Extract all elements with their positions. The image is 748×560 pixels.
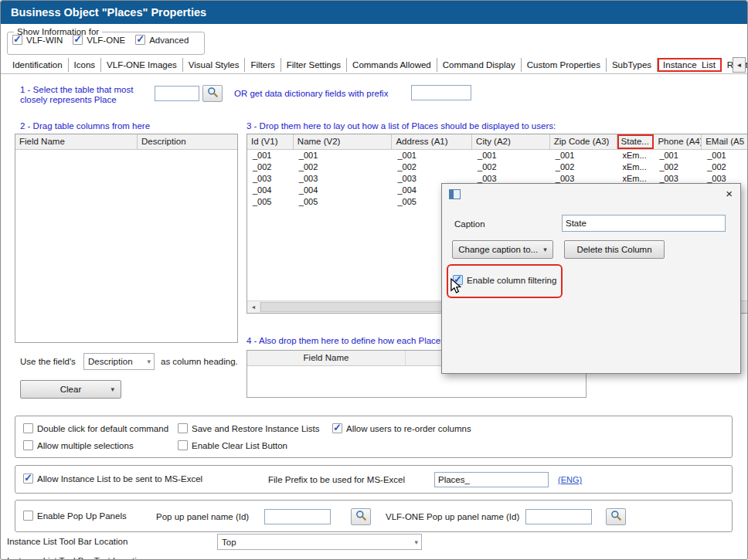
- table-search-button[interactable]: [202, 85, 223, 102]
- cell: _005: [247, 196, 294, 208]
- prefix-input[interactable]: [411, 85, 471, 100]
- prefix-label: OR get data dictionary fields with prefi…: [234, 89, 388, 99]
- column-header-zip-code-a3-[interactable]: Zip Code (A3): [550, 134, 617, 149]
- option-double-click-for-default-command-box[interactable]: [23, 423, 33, 433]
- tab-vlf-one-images[interactable]: VLF-ONE Images: [101, 58, 183, 72]
- tab-identification[interactable]: Identification: [7, 58, 69, 72]
- option-allow-multiple-selections[interactable]: Allow multiple selections: [23, 440, 178, 450]
- cell: _001: [550, 150, 617, 161]
- column-header-state-[interactable]: State...: [617, 134, 654, 149]
- caption-label: Caption: [454, 219, 485, 229]
- description-column-header[interactable]: Description: [138, 134, 237, 149]
- option-double-click-for-default-command[interactable]: Double click for default command: [23, 423, 178, 433]
- tab-command-display[interactable]: Command Display: [437, 58, 522, 72]
- cell: _002: [247, 161, 294, 173]
- table-row-0[interactable]: _001_001_001_001_001xEm..._001_001: [247, 150, 748, 161]
- popup-window-icon: [449, 188, 461, 202]
- tab-icons[interactable]: Icons: [69, 58, 102, 72]
- excel-checkbox-box[interactable]: [23, 473, 33, 484]
- window-title: Business Object "Places" Properties: [11, 6, 206, 19]
- column-header-id-v1-[interactable]: Id (V1): [247, 134, 294, 149]
- table-name-input[interactable]: [155, 86, 199, 101]
- column-header-name-v2-[interactable]: Name (V2): [294, 134, 393, 149]
- popup-panel-name-label: Pop up panel name (Id): [156, 512, 249, 521]
- option-enable-clear-list-button-box[interactable]: [178, 440, 188, 450]
- field-name-column-header[interactable]: Field Name: [15, 134, 138, 149]
- enable-popup-panels-box[interactable]: [23, 511, 33, 521]
- use-field-label: Use the field's: [20, 357, 76, 366]
- cell: xEm...: [617, 161, 654, 173]
- option-save-and-restore-instance-lists[interactable]: Save and Restore Instance Lists: [178, 423, 332, 433]
- enable-column-filtering-checkbox[interactable]: Enable column filtering: [453, 275, 556, 285]
- cell: _001: [702, 150, 748, 161]
- show-info-option-advanced-box[interactable]: [135, 35, 145, 45]
- cell: _004: [247, 185, 294, 196]
- option-save-and-restore-instance-lists-box[interactable]: [178, 423, 188, 433]
- mouse-cursor-icon: [449, 278, 463, 297]
- cell: _001: [392, 150, 472, 161]
- popup-panel-search-button[interactable]: [351, 508, 371, 525]
- enable-popup-panels-checkbox[interactable]: Enable Pop Up Panels: [23, 511, 127, 521]
- show-info-option-vlf-one[interactable]: VLF-ONE: [73, 35, 125, 45]
- file-prefix-input[interactable]: [434, 472, 549, 487]
- delete-column-button[interactable]: Delete this Column: [564, 240, 665, 259]
- tab-filters[interactable]: Filters: [245, 58, 280, 72]
- clear-dropdown-icon: ▾: [110, 385, 114, 393]
- tab-subtypes[interactable]: SubTypes: [607, 58, 658, 72]
- title-bar: Business Object "Places" Properties: [1, 1, 747, 24]
- caption-input[interactable]: [562, 215, 726, 232]
- tab-custom-properties[interactable]: Custom Properties: [522, 58, 607, 72]
- layout-table-header: Id (V1)Name (V2)Address (A1)City (A2)Zip…: [247, 134, 748, 150]
- source-fields-table[interactable]: Field Name Description: [15, 134, 238, 343]
- tab-commands-allowed[interactable]: Commands Allowed: [347, 58, 437, 72]
- heading-source-dropdown[interactable]: Description ▾: [83, 353, 155, 370]
- option-allow-users-to-re-order-columns[interactable]: Allow users to re-order columns: [332, 423, 732, 433]
- popup-close-button[interactable]: ×: [726, 187, 733, 200]
- cell: _003: [294, 173, 393, 185]
- cell: _003: [247, 173, 294, 185]
- option-allow-multiple-selections-box[interactable]: [23, 440, 33, 450]
- vlfone-popup-panel-search-button[interactable]: [606, 508, 626, 525]
- show-info-option-vlf-one-box[interactable]: [73, 35, 83, 45]
- show-info-option-vlf-win-box[interactable]: [12, 35, 22, 45]
- column-header-city-a2-[interactable]: City (A2): [472, 134, 550, 149]
- language-link[interactable]: (ENG): [558, 475, 582, 484]
- show-information-options: VLF-WINVLF-ONEAdvanced: [12, 35, 199, 45]
- column-header-email-a5[interactable]: EMail (A5: [702, 134, 748, 149]
- cell: _005: [294, 196, 393, 208]
- scroll-left-arrow-icon[interactable]: ◄: [247, 301, 260, 313]
- dialog-window: Business Object "Places" Properties Show…: [0, 0, 748, 560]
- option-allow-users-to-re-order-columns-box[interactable]: [332, 423, 342, 433]
- detail-field-name-header[interactable]: Field Name: [247, 351, 406, 365]
- tab-visual-styles[interactable]: Visual Styles: [183, 58, 246, 72]
- show-info-option-vlf-win[interactable]: VLF-WIN: [12, 35, 63, 45]
- cell: _002: [472, 161, 550, 173]
- enable-popup-panels-label: Enable Pop Up Panels: [37, 511, 127, 521]
- tab-scroll-button[interactable]: ◄: [733, 57, 746, 73]
- also-drop-label: 4 - Also drop them here to define how ea…: [246, 336, 458, 346]
- clear-button-label: Clear: [60, 385, 81, 394]
- option-allow-users-to-re-order-columns-label: Allow users to re-order columns: [346, 424, 471, 433]
- excel-checkbox-label: Allow Instance List to be sent to MS-Exc…: [37, 474, 202, 484]
- popup-panel-name-input[interactable]: [264, 509, 331, 524]
- change-caption-button[interactable]: Change caption to... ▾: [452, 240, 553, 259]
- column-header-phone-a4-[interactable]: Phone (A4): [654, 134, 702, 149]
- show-info-option-advanced[interactable]: Advanced: [135, 35, 189, 45]
- cell: _002: [392, 161, 472, 173]
- tab-strip: IdentificationIconsVLF-ONE ImagesVisual …: [7, 56, 748, 73]
- table-row-1[interactable]: _002_002_002_002_002xEm..._002_002: [247, 161, 748, 173]
- drag-columns-label: 2 - Drag table columns from here: [20, 121, 150, 131]
- heading-source-value: Description: [88, 357, 133, 366]
- clear-button[interactable]: Clear ▾: [20, 380, 121, 399]
- excel-checkbox[interactable]: Allow Instance List to be sent to MS-Exc…: [23, 473, 202, 484]
- vlfone-popup-panel-input[interactable]: [525, 509, 592, 524]
- option-allow-multiple-selections-label: Allow multiple selections: [37, 441, 134, 450]
- column-header-address-a1-[interactable]: Address (A1): [392, 134, 472, 149]
- toolbar-location-dropdown[interactable]: Top ▾: [217, 534, 422, 550]
- option-enable-clear-list-button[interactable]: Enable Clear List Button: [178, 440, 332, 450]
- column-heading-label: as column heading.: [161, 357, 238, 366]
- tab-instance-list[interactable]: Instance List: [658, 58, 722, 72]
- cell: _002: [702, 161, 748, 173]
- column-properties-popup: × Caption Change caption to... ▾ Delete …: [441, 183, 741, 374]
- tab-filter-settings[interactable]: Filter Settings: [281, 58, 347, 72]
